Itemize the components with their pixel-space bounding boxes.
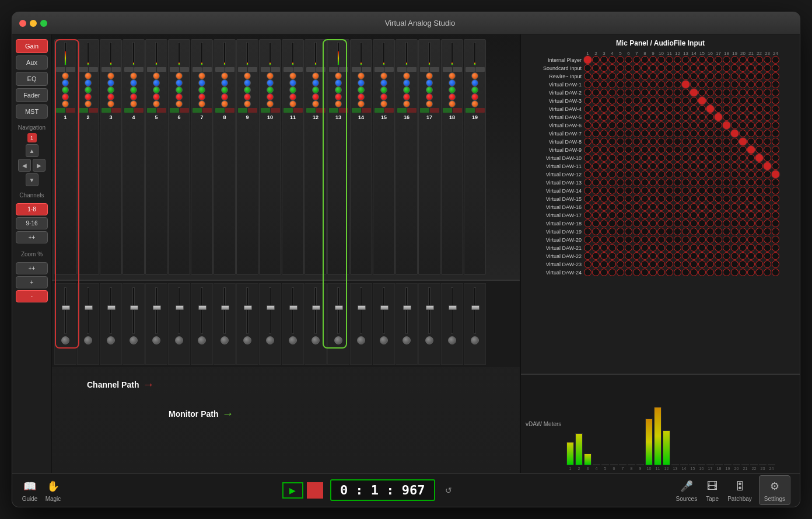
radio-25-18[interactable] [723,260,730,268]
ch-10-knob-2[interactable] [267,86,274,93]
ch-13-knob-3[interactable] [335,93,342,100]
ch-3-knob-1[interactable] [107,79,114,86]
channel-strip-12[interactable]: 12 [304,39,327,275]
fader-track-7[interactable] [201,287,203,334]
radio-21-22[interactable] [755,228,763,235]
ch-3-knob-3[interactable] [107,93,114,100]
fader-track-16[interactable] [405,287,408,334]
fader-track-12[interactable] [314,287,317,334]
fader-knob-19[interactable] [471,336,479,344]
ch-4-btns2-0[interactable] [124,108,134,113]
radio-19-24[interactable] [772,211,779,219]
radio-2-4[interactable] [608,72,616,80]
radio-3-2[interactable] [592,81,600,88]
radio-26-10[interactable] [657,269,665,276]
radio-9-19[interactable] [731,130,738,137]
radio-0-4[interactable] [608,56,616,64]
fader-track-18[interactable] [451,287,453,334]
ch-14-knob-2[interactable] [358,86,365,93]
radio-26-2[interactable] [592,269,600,276]
radio-18-14[interactable] [690,203,698,211]
radio-12-3[interactable] [600,154,608,162]
radio-8-4[interactable] [608,121,616,129]
ch-7-knob-1[interactable] [198,79,205,86]
channel-strip-15[interactable]: 15 [373,39,395,275]
radio-14-7[interactable] [633,170,640,178]
radio-26-9[interactable] [649,269,657,276]
radio-16-8[interactable] [641,187,649,194]
radio-5-12[interactable] [674,97,681,105]
radio-8-20[interactable] [739,121,747,129]
radio-25-6[interactable] [625,260,632,268]
radio-26-24[interactable] [772,269,779,276]
radio-19-2[interactable] [592,211,600,219]
radio-11-21[interactable] [747,146,755,154]
radio-17-6[interactable] [625,195,632,203]
ch-19-knob-3[interactable] [471,93,478,100]
radio-26-15[interactable] [698,269,706,276]
radio-3-15[interactable] [698,81,706,88]
radio-25-10[interactable] [657,260,665,268]
ch-18-knob-2[interactable] [449,86,456,93]
radio-25-15[interactable] [698,260,706,268]
radio-13-15[interactable] [698,162,706,170]
radio-12-5[interactable] [617,154,624,162]
ch-17-btn-0[interactable] [420,67,429,72]
ch-1-btn-1[interactable] [66,67,75,72]
radio-6-9[interactable] [649,105,657,113]
radio-17-21[interactable] [747,195,755,203]
radio-0-7[interactable] [633,56,640,64]
radio-12-9[interactable] [649,154,657,162]
close-button[interactable] [19,20,26,27]
radio-24-6[interactable] [625,252,632,260]
radio-5-4[interactable] [608,97,616,105]
guide-button[interactable]: 📖 Guide [22,478,38,502]
ch-2-knob-2[interactable] [85,86,92,93]
radio-18-6[interactable] [625,203,632,211]
radio-24-1[interactable] [584,252,592,260]
ch-11-btns2-0[interactable] [284,108,293,113]
ch-16-btn-1[interactable] [407,67,416,72]
radio-24-22[interactable] [755,252,763,260]
radio-18-18[interactable] [723,203,730,211]
ch-18-knob-3[interactable] [449,93,456,100]
radio-22-20[interactable] [739,236,747,243]
radio-4-17[interactable] [715,89,722,96]
radio-18-8[interactable] [641,203,649,211]
radio-25-20[interactable] [739,260,747,268]
radio-19-21[interactable] [747,211,755,219]
radio-11-17[interactable] [715,146,722,154]
radio-19-9[interactable] [649,211,657,219]
radio-14-5[interactable] [617,170,624,178]
radio-9-24[interactable] [772,130,779,137]
radio-14-11[interactable] [666,170,673,178]
radio-13-5[interactable] [617,162,624,170]
ch-15-btns2-0[interactable] [374,108,384,113]
radio-26-11[interactable] [666,269,673,276]
radio-23-8[interactable] [641,244,649,252]
channel-strip-13[interactable]: 13 [327,39,349,275]
radio-15-6[interactable] [625,179,632,186]
radio-21-3[interactable] [600,228,608,235]
radio-6-20[interactable] [739,105,747,113]
radio-15-18[interactable] [723,179,730,186]
radio-9-1[interactable] [584,130,592,137]
radio-4-9[interactable] [649,89,657,96]
radio-10-6[interactable] [625,138,632,145]
play-button[interactable]: ▶ [282,482,303,499]
radio-3-23[interactable] [764,81,771,88]
ch-14-knob-0[interactable] [358,72,365,79]
ch-13-knob-1[interactable] [335,79,342,86]
radio-9-20[interactable] [739,130,747,137]
ch-17-knob-0[interactable] [426,72,433,79]
radio-8-15[interactable] [698,121,706,129]
radio-1-18[interactable] [723,64,730,72]
radio-3-4[interactable] [608,81,616,88]
radio-18-1[interactable] [584,203,592,211]
radio-14-2[interactable] [592,170,600,178]
radio-16-1[interactable] [584,187,592,194]
radio-21-8[interactable] [641,228,649,235]
radio-6-17[interactable] [715,105,722,113]
radio-1-5[interactable] [617,64,624,72]
radio-10-2[interactable] [592,138,600,145]
